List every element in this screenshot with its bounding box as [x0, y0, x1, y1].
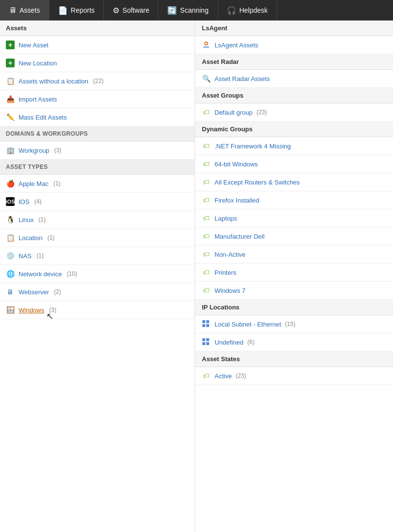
svg-rect-5	[202, 324, 205, 327]
printers-item[interactable]: 🏷 Printers	[195, 264, 393, 282]
active-tag-icon: 🏷	[202, 371, 211, 380]
assets-icon: 🖥	[9, 6, 17, 15]
windows7-label: Windows 7	[215, 287, 246, 294]
mass-edit-assets-item[interactable]: ✏️ Mass Edit Assets	[0, 108, 195, 126]
dynamic-groups-header: Dynamic Groups	[195, 122, 393, 137]
lsagent-assets-item[interactable]: LsAgent Assets	[195, 36, 393, 54]
linux-item[interactable]: 🐧 Linux (1)	[0, 211, 195, 229]
svg-rect-9	[202, 342, 205, 345]
ios-item[interactable]: iOS IOS (4)	[0, 193, 195, 211]
location-count: (1)	[47, 234, 55, 241]
workgroup-icon: 🏢	[6, 146, 15, 155]
svg-rect-4	[206, 320, 209, 323]
64bit-windows-item[interactable]: 🏷 64-bit Windows	[195, 155, 393, 173]
workgroup-item[interactable]: 🏢 Workgroup (3)	[0, 142, 195, 160]
nav-reports[interactable]: 📄 Reports	[49, 0, 104, 20]
location-item[interactable]: 📋 Location (1)	[0, 229, 195, 247]
nav-software[interactable]: ⚙ Software	[104, 0, 158, 20]
svg-point-1	[205, 42, 207, 44]
windows-item[interactable]: 🪟 Windows (3) ↖	[0, 301, 195, 319]
manufacturer-dell-icon: 🏷	[202, 232, 211, 241]
domains-header: Domains & Workgroups	[0, 126, 195, 142]
software-icon: ⚙	[113, 6, 119, 15]
active-item[interactable]: 🏷 Active (23)	[195, 367, 393, 385]
windows7-icon: 🏷	[202, 286, 211, 295]
manufacturer-dell-item[interactable]: 🏷 Manufacturer Dell	[195, 227, 393, 246]
apple-mac-icon: 🍎	[6, 179, 15, 188]
assets-section-header: Assets	[0, 20, 195, 36]
import-assets-item[interactable]: 📥 Import Assets	[0, 90, 195, 108]
laptops-label: Laptops	[215, 215, 237, 222]
network-device-label: Network device	[19, 270, 62, 278]
default-group-item[interactable]: 🏷 Default group (23)	[195, 103, 393, 122]
non-active-item[interactable]: 🏷 Non-Active	[195, 246, 393, 264]
manufacturer-dell-label: Manufacturer Dell	[215, 233, 265, 240]
nav-helpdesk[interactable]: 🎧 Helpdesk	[218, 0, 277, 20]
ios-label: IOS	[19, 198, 29, 205]
workgroup-count: (3)	[54, 147, 61, 154]
laptops-icon: 🏷	[202, 214, 211, 223]
nas-item[interactable]: 💿 NAS (1)	[0, 247, 195, 265]
mass-edit-icon: ✏️	[6, 113, 15, 122]
webserver-item[interactable]: 🖥 Webserver (2)	[0, 283, 195, 301]
default-group-tag-icon: 🏷	[202, 108, 211, 117]
svg-rect-2	[203, 46, 209, 48]
laptops-item[interactable]: 🏷 Laptops	[195, 209, 393, 227]
nav-reports-label: Reports	[71, 6, 95, 14]
nav-scanning[interactable]: 🔄 Scanning	[158, 0, 217, 20]
windows-icon: 🪟	[6, 306, 15, 314]
network-device-count: (10)	[67, 270, 77, 277]
assets-without-location-label: Assets without a location	[19, 78, 88, 85]
workgroup-label: Workgroup	[19, 147, 49, 154]
assets-without-location-item[interactable]: 📋 Assets without a location (22)	[0, 72, 195, 90]
windows7-item[interactable]: 🏷 Windows 7	[195, 282, 393, 300]
helpdesk-icon: 🎧	[227, 6, 236, 15]
apple-mac-item[interactable]: 🍎 Apple Mac (1)	[0, 175, 195, 193]
local-subnet-item[interactable]: Local Subnet - Ethernet (15)	[195, 315, 393, 333]
local-subnet-label: Local Subnet - Ethernet	[215, 321, 281, 328]
nas-icon: 💿	[6, 251, 15, 260]
svg-rect-6	[206, 324, 209, 327]
lsagent-icon	[202, 41, 211, 49]
firefox-installed-label: Firefox Installed	[215, 197, 259, 204]
undefined-count: (6)	[247, 339, 255, 346]
svg-rect-10	[206, 342, 209, 345]
new-location-item[interactable]: + New Location	[0, 54, 195, 72]
undefined-item[interactable]: Undefined (6)	[195, 333, 393, 351]
linux-icon: 🐧	[6, 215, 15, 224]
nav-assets[interactable]: 🖥 Assets	[0, 0, 49, 20]
nav-helpdesk-label: Helpdesk	[239, 6, 268, 14]
assets-without-location-count: (22)	[93, 78, 103, 84]
windows-label: Windows	[19, 307, 44, 314]
local-subnet-count: (15)	[285, 321, 295, 327]
asset-states-header: Asset States	[195, 351, 393, 367]
import-assets-label: Import Assets	[19, 96, 57, 103]
svg-rect-3	[202, 320, 205, 323]
webserver-label: Webserver	[19, 288, 49, 296]
location-label: Location	[19, 234, 42, 242]
asset-types-header: Asset Types	[0, 160, 195, 175]
undefined-icon	[202, 338, 211, 347]
new-location-label: New Location	[19, 60, 57, 67]
net-framework-item[interactable]: 🏷 .NET Framework 4 Missing	[195, 137, 393, 155]
lsagent-assets-label: LsAgent Assets	[215, 41, 258, 49]
asset-radar-assets-item[interactable]: 🔍 Asset Radar Assets	[195, 70, 393, 88]
all-except-routers-item[interactable]: 🏷 All Except Routers & Switches	[195, 173, 393, 191]
asset-groups-header: Asset Groups	[195, 88, 393, 103]
ios-icon: iOS	[6, 197, 15, 206]
svg-rect-7	[202, 338, 205, 341]
right-panel: LsAgent LsAgent Assets Asset Radar 🔍 Ass…	[195, 20, 393, 532]
import-assets-icon: 📥	[6, 95, 15, 103]
network-device-item[interactable]: 🌐 Network device (10)	[0, 265, 195, 283]
default-group-label: Default group	[215, 109, 253, 116]
apple-mac-label: Apple Mac	[19, 180, 48, 187]
active-label: Active	[215, 372, 232, 380]
radar-icon: 🔍	[202, 74, 211, 83]
linux-label: Linux	[19, 216, 34, 224]
new-asset-item[interactable]: + New Asset	[0, 36, 195, 54]
nas-label: NAS	[19, 252, 32, 260]
new-location-icon: +	[6, 59, 15, 67]
firefox-installed-item[interactable]: 🏷 Firefox Installed	[195, 191, 393, 209]
webserver-count: (2)	[54, 288, 61, 295]
all-except-routers-icon: 🏷	[202, 178, 211, 186]
